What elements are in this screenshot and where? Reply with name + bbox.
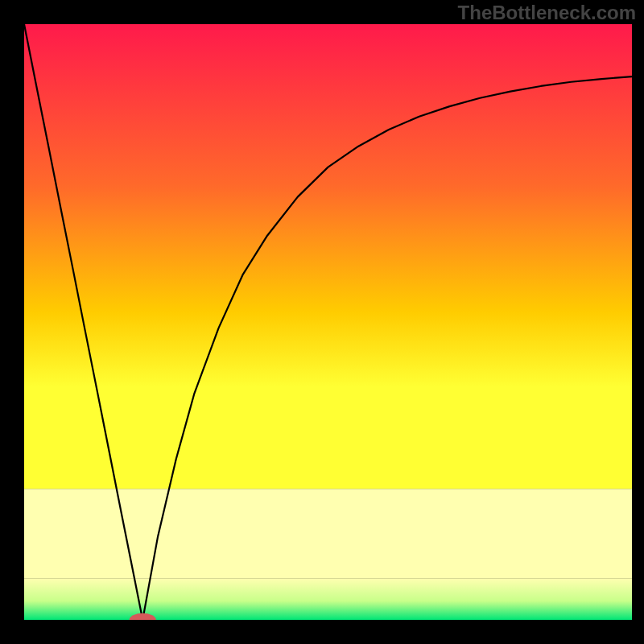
- plot-area: [24, 24, 632, 620]
- plot-svg: [24, 24, 632, 620]
- green-band: [24, 578, 632, 620]
- soft-yellow-band: [24, 489, 632, 578]
- heat-gradient: [24, 24, 632, 489]
- watermark-label: TheBottleneck.com: [458, 2, 636, 24]
- chart-frame: TheBottleneck.com: [0, 0, 644, 644]
